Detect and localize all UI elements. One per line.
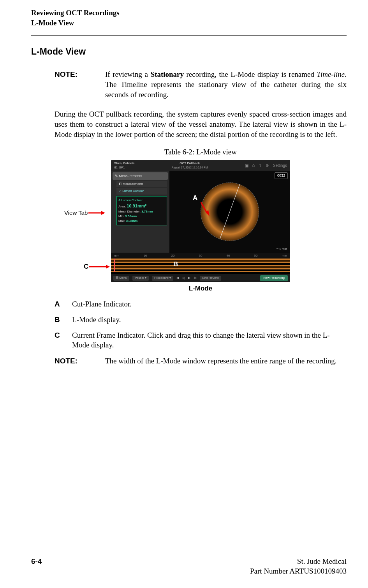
part-number: Part Number ARTUS100109403 [250, 566, 347, 576]
camera-icon[interactable]: ▣ [245, 163, 248, 168]
callout-a-letter: A [55, 299, 72, 309]
patient-block: Shea, Patricia ID: SP1 [114, 161, 134, 170]
settings-gear-icon[interactable]: ⚙ [266, 163, 269, 168]
tab-measurements-label: Measurements [119, 174, 143, 178]
header-rule [31, 35, 347, 36]
page-footer: 6-4 St. Jude Medical Part Number ARTUS10… [31, 553, 347, 576]
table-caption: Table 6-2: L-Mode view [55, 147, 347, 157]
running-header: Reviewing OCT Recordings L-Mode View [31, 8, 347, 28]
annotation-c-letter: C [84, 262, 88, 271]
arrow-right-icon [88, 264, 110, 269]
tab-measurements[interactable]: ✎ Measurements [113, 172, 168, 179]
scale-bar: ━ 1 mm [276, 247, 287, 251]
measure-label-2: Min: [118, 214, 124, 218]
ruler-6: mm [282, 254, 287, 258]
lmode-panel[interactable]: mm 10 20 30 40 50 mm [111, 253, 290, 274]
screenshot-header: Shea, Patricia ID: SP1 OCT Pullback Augu… [111, 160, 290, 171]
note1-mid: recording, the L-Mode display is renamed [184, 70, 317, 78]
svg-marker-1 [101, 211, 105, 215]
subtab-measurements-label: Measurements [123, 182, 143, 186]
note-text-1: If reviewing a Stationary recording, the… [105, 69, 347, 99]
procedure-dropdown[interactable]: Procedure ▾ [152, 276, 173, 281]
annotation-c: C [84, 262, 110, 271]
measure-val-3: 3.82mm [126, 219, 138, 223]
body-paragraph: During the OCT pullback recording, the s… [55, 109, 347, 139]
annotation-view-tab: View Tab [64, 209, 105, 217]
callout-a-text: Cut-Plane Indicator. [72, 299, 132, 309]
screenshot-title: OCT Pullback August 27, 2012 12:10:34 PM [134, 161, 245, 170]
ruler-4: 40 [227, 254, 230, 258]
export-icon[interactable]: ⇪ [259, 163, 262, 168]
ruler-0: mm [114, 254, 119, 258]
arrow-right-icon [88, 210, 105, 216]
play-icon[interactable]: ▶ [188, 276, 190, 280]
callout-list: A Cut-Plane Indicator. B L-Mode display.… [55, 299, 347, 350]
footer-row: 6-4 St. Jude Medical Part Number ARTUS10… [31, 556, 347, 576]
print-icon[interactable]: ⎙ [252, 163, 255, 168]
callout-b-text: L-Mode display. [72, 315, 121, 325]
side-panel: ✎ Measurements ◧ Measurements ✓ Lumen Co… [111, 171, 169, 253]
measure-val-0: 10.91mm² [127, 204, 146, 208]
ruler-3: 30 [199, 254, 202, 258]
screenshot: A B Shea, Patricia ID: SP1 OCT Pullback … [111, 160, 290, 282]
measure-title: A Lumen Contour: [118, 198, 165, 203]
annotation-b-letter: B [173, 260, 178, 269]
footer-right: St. Jude Medical Part Number ARTUS100109… [250, 556, 347, 576]
lmode-image [111, 259, 290, 272]
svg-marker-3 [106, 265, 110, 269]
annotation-a-letter: A [193, 194, 197, 203]
measure-row-max: Max: 3.82mm [118, 219, 165, 223]
callout-c-text: Current Frame Indicator. Click and drag … [72, 330, 347, 350]
note-block-1: NOTE: If reviewing a Stationary recordin… [55, 69, 347, 99]
note-label: NOTE: [55, 69, 105, 99]
frame-badge: 0032 [275, 172, 288, 179]
note2-label: NOTE: [55, 356, 105, 366]
header-icons: ▣ ⎙ ⇪ ⚙ Settings [245, 163, 287, 168]
ruler-2: 20 [171, 254, 174, 258]
measure-label-0: Area: [118, 205, 126, 208]
measure-label-1: Mean Diameter: [118, 210, 141, 213]
note1-bold: Stationary [151, 70, 184, 78]
section-heading: L-Mode View [31, 46, 347, 58]
note1-italic: Time-line [317, 70, 345, 78]
subtab-lumen[interactable]: ✓ Lumen Contour [116, 188, 167, 195]
footer-rule [31, 553, 347, 553]
new-recording-button[interactable]: New Recording [260, 275, 288, 281]
arrow-down-icon [199, 202, 210, 217]
lmode-ruler: mm 10 20 30 40 50 mm [111, 253, 290, 259]
callout-a: A Cut-Plane Indicator. [55, 299, 347, 309]
title-center: OCT Pullback [180, 161, 200, 165]
patient-id: ID: SP1 [114, 166, 125, 169]
measure-row-min: Min: 3.50mm [118, 214, 165, 219]
cut-plane-line [220, 184, 240, 239]
note1-pre: If reviewing a [105, 70, 151, 78]
settings-label[interactable]: Settings [273, 163, 287, 168]
cross-section-view[interactable]: 0032 ━ 1 mm [169, 171, 290, 253]
figure-caption: L-Mode [189, 284, 212, 293]
measure-val-2: 3.50mm [125, 214, 137, 218]
page-number: 6-4 [31, 556, 42, 576]
company-name: St. Jude Medical [250, 556, 347, 567]
header-line-2: L-Mode View [31, 18, 347, 28]
callout-b-letter: B [55, 315, 72, 325]
frame-indicator[interactable] [114, 259, 115, 272]
header-line-1: Reviewing OCT Recordings [31, 8, 347, 18]
ruler-5: 50 [254, 254, 258, 258]
step-back-icon[interactable]: ◁| [182, 276, 185, 280]
step-fwd-icon[interactable]: |▷ [194, 276, 197, 280]
measure-row-area: Area: 10.91mm² [118, 203, 165, 209]
prev-icon[interactable]: ◀ [176, 276, 179, 280]
callout-b: B L-Mode display. [55, 315, 347, 325]
callout-c: C Current Frame Indicator. Click and dra… [55, 330, 347, 350]
measure-row-mean: Mean Diameter: 3.73mm [118, 209, 165, 214]
subtab-lumen-label: Lumen Contour [122, 189, 144, 193]
callout-c-letter: C [55, 330, 72, 350]
end-review-button[interactable]: End Review [200, 276, 221, 281]
subtab-measurements[interactable]: ◧ Measurements [116, 181, 167, 188]
vessel-dropdown[interactable]: Vessel ▾ [132, 276, 149, 281]
menu-label: Menu [119, 276, 127, 280]
menu-button[interactable]: ☰ Menu [113, 276, 129, 281]
measure-label-3: Max: [118, 219, 125, 223]
ruler-1: 10 [143, 254, 147, 258]
note2-text: The width of the L-Mode window represent… [105, 356, 337, 366]
